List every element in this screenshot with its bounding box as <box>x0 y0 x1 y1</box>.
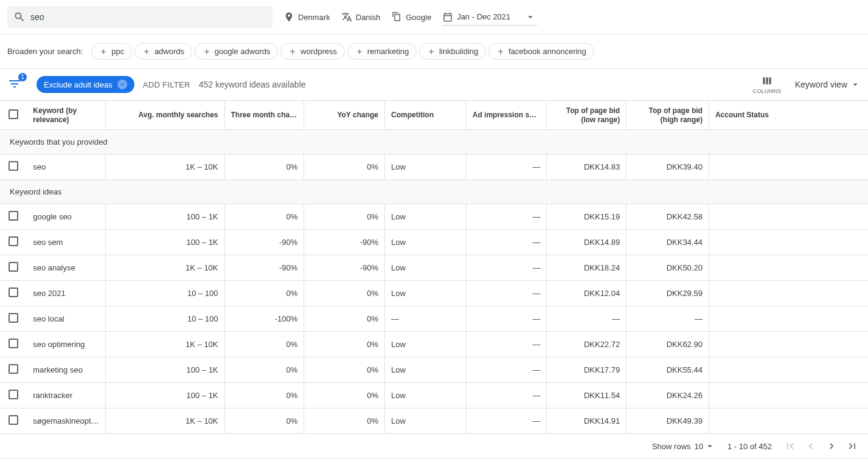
cell-bid-high: DKK50.20 <box>627 255 709 281</box>
cell-bid-high: DKK49.39 <box>627 408 709 434</box>
active-filter-label: Exclude adult ideas <box>44 80 113 89</box>
header-impression[interactable]: Ad impression share <box>466 101 547 130</box>
header-keyword[interactable]: Keyword (by relevance) <box>27 101 106 130</box>
cell-keyword: seo local <box>27 306 106 332</box>
add-filter-button[interactable]: ADD FILTER <box>143 80 190 89</box>
cell-bid-low: DKK12.04 <box>547 281 627 306</box>
columns-button[interactable]: COLUMNS <box>753 75 782 94</box>
header-bid-high[interactable]: Top of page bid (high range) <box>627 101 709 130</box>
table-row: søgemaskineoptim…1K – 10K0%0%Low—DKK14.9… <box>0 408 868 434</box>
dropdown-icon <box>850 79 861 90</box>
cell-impression: — <box>466 383 547 408</box>
last-page-icon[interactable] <box>846 440 858 452</box>
row-checkbox[interactable] <box>9 364 18 374</box>
date-range-picker[interactable]: Jan - Dec 2021 <box>442 9 537 26</box>
cell-avg: 1K – 10K <box>106 332 224 357</box>
cell-impression: — <box>466 154 547 180</box>
plus-icon <box>288 47 297 56</box>
network-value: Google <box>406 13 431 22</box>
cell-status <box>709 383 868 408</box>
plus-icon <box>203 47 211 56</box>
next-page-icon[interactable] <box>825 440 838 452</box>
row-checkbox[interactable] <box>9 287 18 297</box>
broaden-chip[interactable]: wordpress <box>280 43 345 60</box>
row-checkbox[interactable] <box>9 161 18 171</box>
search-input[interactable] <box>30 12 266 22</box>
cell-bid-low: DKK22.72 <box>547 332 627 357</box>
cell-impression: — <box>466 255 547 281</box>
cell-keyword: søgemaskineoptim… <box>27 408 106 434</box>
table-row: seo local10 – 100-100%0%———— <box>0 306 868 332</box>
cell-status <box>709 204 868 230</box>
cell-bid-high: DKK62.90 <box>627 332 709 357</box>
remove-filter-button[interactable] <box>117 80 127 89</box>
table-pager: Show rows 10 1 - 10 of 452 <box>0 434 868 459</box>
row-checkbox[interactable] <box>9 211 18 221</box>
table-row: seo 202110 – 1000%0%Low—DKK12.04DKK29.59 <box>0 281 868 306</box>
row-checkbox[interactable] <box>9 236 18 246</box>
cell-bid-high: DKK29.59 <box>627 281 709 306</box>
header-bid-low[interactable]: Top of page bid (low range) <box>547 101 627 130</box>
location-filter[interactable]: Denmark <box>283 12 330 22</box>
header-three-month[interactable]: Three month change <box>224 101 304 130</box>
language-filter[interactable]: Danish <box>341 12 380 22</box>
header-yoy[interactable]: YoY change <box>304 101 385 130</box>
broaden-chip[interactable]: linkbuilding <box>419 43 486 60</box>
cell-keyword: ranktracker <box>27 383 106 408</box>
cell-yoy: 0% <box>304 408 385 434</box>
row-checkbox[interactable] <box>9 262 18 272</box>
cell-bid-low: DKK17.79 <box>547 357 627 383</box>
table-row: google seo100 – 1K0%0%Low—DKK15.19DKK42.… <box>0 204 868 230</box>
table-row: seo optimering1K – 10K0%0%Low—DKK22.72DK… <box>0 332 868 357</box>
cell-status <box>709 154 868 180</box>
show-rows-select[interactable]: 10 <box>695 441 715 452</box>
cell-competition: — <box>384 306 466 332</box>
row-checkbox[interactable] <box>9 313 18 323</box>
language-value: Danish <box>356 13 380 22</box>
first-page-icon[interactable] <box>784 440 796 452</box>
dropdown-icon <box>704 441 715 452</box>
cell-avg: 100 – 1K <box>106 204 224 230</box>
chip-label: adwords <box>155 47 184 56</box>
network-filter[interactable]: Google <box>391 12 431 22</box>
cell-keyword: seo 2021 <box>27 281 106 306</box>
active-filter-pill[interactable]: Exclude adult ideas <box>36 76 134 93</box>
keyword-view-dropdown[interactable]: Keyword view <box>795 79 861 90</box>
table-row: seo sem100 – 1K-90%-90%Low—DKK14.89DKK34… <box>0 230 868 255</box>
plus-icon <box>496 47 505 56</box>
cell-keyword: seo optimering <box>27 332 106 357</box>
cell-avg: 1K – 10K <box>106 154 224 180</box>
broaden-chip[interactable]: google adwords <box>195 43 279 60</box>
broaden-chip[interactable]: ppc <box>91 43 132 60</box>
prev-page-icon[interactable] <box>805 440 817 452</box>
table-row: seo analyse1K – 10K-90%-90%Low—DKK18.24D… <box>0 255 868 281</box>
dropdown-icon <box>525 12 536 22</box>
search-icon <box>13 11 26 23</box>
header-competition[interactable]: Competition <box>384 101 466 130</box>
cell-status <box>709 408 868 434</box>
cell-yoy: 0% <box>304 154 385 180</box>
cell-yoy: 0% <box>304 306 385 332</box>
search-box[interactable] <box>7 6 273 28</box>
broaden-chip[interactable]: adwords <box>134 43 192 60</box>
cell-avg: 100 – 1K <box>106 357 224 383</box>
header-avg[interactable]: Avg. monthly searches <box>106 101 224 130</box>
plus-icon <box>355 47 364 56</box>
row-checkbox[interactable] <box>9 339 18 348</box>
cell-bid-low: DKK18.24 <box>547 255 627 281</box>
cell-competition: Low <box>384 408 466 434</box>
row-checkbox[interactable] <box>9 390 18 399</box>
filter-funnel-button[interactable]: 1 <box>7 77 22 93</box>
table-section-row: Keyword ideas <box>0 180 868 204</box>
broaden-chip[interactable]: facebook annoncering <box>488 43 594 60</box>
chip-label: facebook annoncering <box>509 47 586 56</box>
cell-competition: Low <box>384 154 466 180</box>
cell-bid-low: DKK11.54 <box>547 383 627 408</box>
row-checkbox[interactable] <box>9 415 18 425</box>
cell-three-month: 0% <box>224 357 304 383</box>
chip-label: ppc <box>111 47 124 56</box>
broaden-chip[interactable]: remarketing <box>347 43 417 60</box>
header-status[interactable]: Account Status <box>709 101 868 130</box>
select-all-checkbox[interactable] <box>9 109 18 119</box>
view-label: Keyword view <box>795 80 847 89</box>
